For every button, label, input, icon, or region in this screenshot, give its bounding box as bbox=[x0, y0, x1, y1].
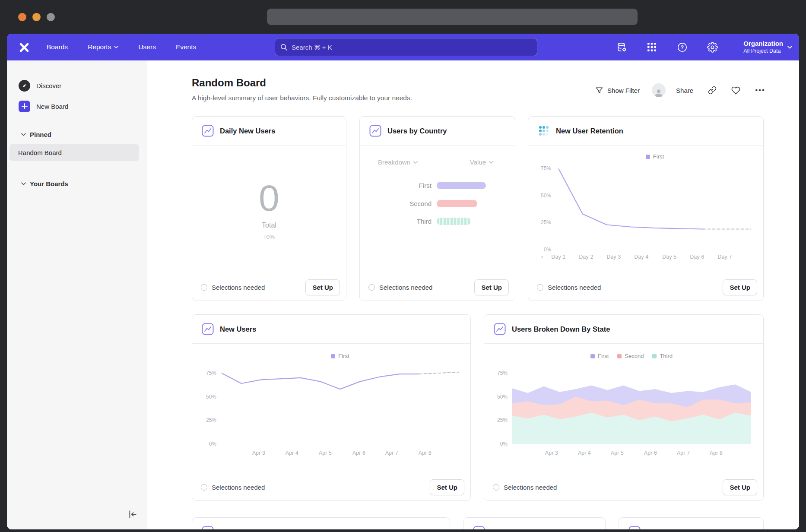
selection-radio-icon bbox=[368, 284, 375, 291]
card-footer: Selections needed Set Up bbox=[528, 274, 763, 301]
board-content: Random Board A high-level summary of use… bbox=[147, 60, 799, 529]
search-icon bbox=[280, 44, 288, 51]
minimize-window-button[interactable] bbox=[32, 13, 41, 21]
metric-value: 0 bbox=[259, 179, 279, 216]
bar-row: Second bbox=[360, 200, 477, 207]
legend-item: First bbox=[331, 353, 349, 359]
org-name: Organization bbox=[743, 40, 783, 48]
y-axis-tick: 25% bbox=[192, 417, 216, 423]
x-axis-tick: Apr 6 bbox=[637, 450, 664, 456]
plus-icon bbox=[19, 101, 30, 112]
close-window-button[interactable] bbox=[18, 13, 26, 21]
card-header: Active Users bbox=[619, 518, 763, 529]
chevron-down-icon bbox=[787, 46, 792, 49]
set-up-button[interactable]: Set Up bbox=[723, 479, 757, 495]
status-text: Selections needed bbox=[493, 484, 557, 491]
state-stacked-area-chart bbox=[512, 368, 751, 444]
card-title: Stacked Line Graph bbox=[220, 528, 287, 530]
apps-grid-icon[interactable] bbox=[646, 41, 657, 53]
data-management-icon[interactable] bbox=[616, 41, 627, 53]
x-axis-tick: Day 1 bbox=[545, 254, 572, 260]
sidebar-section-label: Pinned bbox=[30, 131, 51, 138]
nav-item-users[interactable]: Users bbox=[138, 43, 155, 51]
sidebar-section-pinned[interactable]: Pinned bbox=[21, 130, 51, 139]
retention-grid-icon bbox=[538, 125, 550, 137]
card-footer: Selections needed Set Up bbox=[192, 274, 346, 301]
line-chart-icon bbox=[473, 526, 485, 529]
avatar[interactable] bbox=[652, 83, 666, 97]
nav-item-label: Users bbox=[138, 43, 155, 51]
org-project: All Project Data bbox=[743, 48, 783, 55]
line-chart-icon bbox=[494, 323, 506, 335]
maximize-window-button[interactable] bbox=[47, 13, 55, 21]
help-icon[interactable]: ? bbox=[676, 41, 688, 53]
set-up-button[interactable]: Set Up bbox=[430, 479, 464, 495]
table-columns: Breakdown Value bbox=[378, 158, 493, 166]
card-title: Insights Report bbox=[491, 528, 543, 530]
filter-funnel-icon[interactable] bbox=[595, 86, 603, 95]
legend-swatch bbox=[617, 354, 622, 358]
card-footer: Selections needed Set Up bbox=[484, 474, 763, 500]
nav-item-boards[interactable]: Boards bbox=[47, 43, 68, 51]
y-axis-tick: 50% bbox=[484, 394, 508, 400]
sidebar-section-label: Your Boards bbox=[30, 180, 68, 187]
breakdown-dropdown[interactable]: Breakdown bbox=[378, 158, 418, 166]
nav-item-events[interactable]: Events bbox=[176, 43, 196, 51]
card-insights-report: Insights Report bbox=[463, 517, 606, 529]
board-toolbar: Show Filter Share ••• bbox=[595, 83, 765, 98]
dropdown-label: Value bbox=[470, 158, 486, 166]
legend-swatch bbox=[331, 354, 335, 358]
org-switcher[interactable]: Organization All Project Data bbox=[743, 34, 792, 60]
x-axis-tick: Day 6 bbox=[683, 254, 711, 260]
nav-menu: Boards Reports Users Events bbox=[47, 34, 196, 60]
y-axis-tick: 75% bbox=[192, 370, 216, 376]
search-input[interactable] bbox=[292, 44, 532, 51]
x-axis-tick: Apr 3 bbox=[245, 450, 273, 456]
chevron-down-icon bbox=[489, 161, 493, 164]
y-axis-tick: 75% bbox=[484, 370, 508, 376]
card-header: Insights Report bbox=[463, 518, 605, 529]
sidebar-item-discover[interactable]: Discover bbox=[19, 79, 61, 92]
status-label: Selections needed bbox=[548, 284, 601, 291]
collapse-sidebar-icon[interactable] bbox=[128, 510, 137, 520]
sidebar-section-your-boards[interactable]: Your Boards bbox=[21, 179, 68, 188]
mixpanel-logo-icon[interactable] bbox=[18, 41, 30, 53]
bar bbox=[437, 218, 471, 225]
legend-label: Second bbox=[625, 353, 644, 359]
nav-item-reports[interactable]: Reports bbox=[88, 43, 118, 51]
card-header: Daily New Users bbox=[192, 117, 346, 146]
x-axis-tick: Apr 4 bbox=[278, 450, 306, 456]
discover-compass-icon bbox=[19, 80, 30, 92]
metric-body: 0 Total ↑0% bbox=[192, 146, 346, 274]
settings-gear-icon[interactable] bbox=[707, 41, 718, 53]
x-axis-tick: Apr 7 bbox=[378, 450, 406, 456]
show-filter-button[interactable]: Show Filter bbox=[607, 87, 640, 94]
sidebar-item-new-board[interactable]: New Board bbox=[19, 100, 68, 112]
nav-tools: ? bbox=[616, 34, 718, 60]
sidebar-item-random-board[interactable]: Random Board bbox=[10, 144, 139, 161]
set-up-button[interactable]: Set Up bbox=[305, 279, 340, 295]
share-button[interactable]: Share bbox=[676, 87, 693, 94]
favorite-heart-icon[interactable] bbox=[731, 86, 740, 95]
metric-delta: ↑0% bbox=[263, 234, 275, 240]
card-title: Users Broken Down By State bbox=[512, 325, 610, 333]
svg-text:?: ? bbox=[680, 44, 683, 50]
row-label: First bbox=[360, 182, 432, 189]
set-up-button[interactable]: Set Up bbox=[474, 279, 509, 295]
selection-radio-icon bbox=[493, 484, 499, 491]
selection-radio-icon bbox=[537, 284, 543, 291]
legend-item: Second bbox=[617, 353, 644, 359]
legend-label: First bbox=[653, 153, 664, 160]
value-dropdown[interactable]: Value bbox=[470, 158, 493, 166]
copy-link-icon[interactable] bbox=[708, 86, 717, 95]
line-chart-icon bbox=[202, 323, 214, 335]
set-up-button[interactable]: Set Up bbox=[723, 279, 757, 295]
x-axis-tick: Apr 5 bbox=[311, 450, 339, 456]
x-axis-tick: Apr 8 bbox=[411, 450, 439, 456]
card-stacked-line-graph: Stacked Line Graph bbox=[192, 517, 450, 529]
card-title: New User Retention bbox=[556, 127, 623, 135]
card-title: Daily New Users bbox=[220, 127, 275, 135]
more-options-button[interactable]: ••• bbox=[755, 86, 765, 95]
card-users-by-country: Users by Country Breakdown Value First S… bbox=[359, 116, 515, 301]
browser-url-bar[interactable] bbox=[267, 9, 638, 25]
